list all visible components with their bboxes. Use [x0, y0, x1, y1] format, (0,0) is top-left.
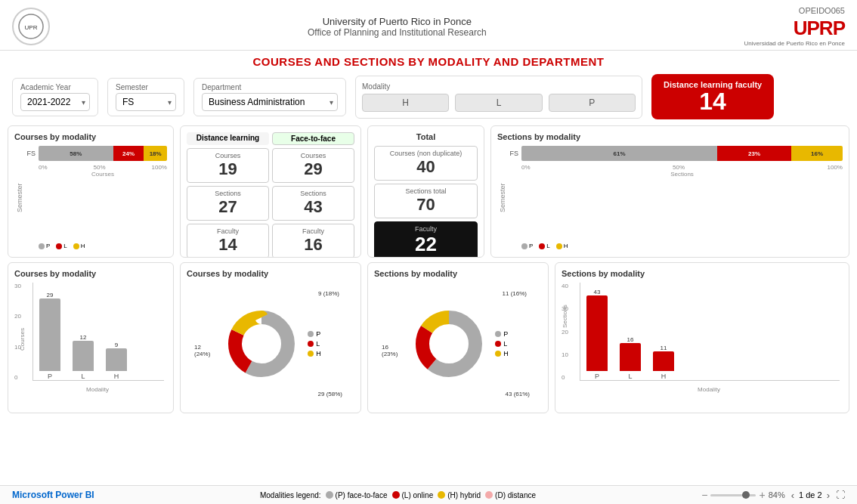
courses-donut-label-bottom: 29 (58%)	[318, 391, 342, 397]
header-center: University of Puerto Rico in Ponce Offic…	[308, 16, 487, 38]
modality-l-button[interactable]: L	[455, 94, 542, 112]
col-header-distance: Distance learning	[187, 132, 269, 145]
axis-0-sections: 0%	[521, 164, 531, 171]
institution-name: University of Puerto Rico in Ponce	[308, 16, 487, 27]
sbar-val-11: 11	[661, 345, 667, 351]
page-prev-button[interactable]: ‹	[791, 490, 794, 501]
institution-logo: UPR	[12, 8, 50, 45]
academic-year-select-wrapper[interactable]: 2021-2022	[20, 93, 90, 111]
total-courses-value: 40	[378, 157, 474, 177]
sections-donut-label-bottom: 43 (61%)	[506, 391, 530, 397]
zoom-thumb	[742, 491, 750, 499]
hbar-seg-gray-courses: 58%	[39, 146, 113, 161]
s-y-tick-0: 0	[562, 374, 577, 381]
faculty-dist-value: 14	[190, 235, 265, 255]
header-right: OPEIDO065 UPRP Universidad de Puerto Ric…	[744, 6, 845, 47]
sections-hbar-row-label: FS	[506, 150, 518, 157]
bar-col-h: 9 H	[106, 342, 127, 380]
sbar-col-h: 11 H	[653, 345, 674, 380]
s-y-tick-40: 40	[562, 283, 577, 289]
semester-label: Semester	[116, 83, 176, 91]
svg-point-5	[243, 325, 280, 363]
footer: Microsoft Power BI Modalities legend: (P…	[0, 485, 857, 504]
sbar-label-p: P	[595, 373, 599, 380]
legend-title: Modalities legend:	[260, 491, 321, 499]
zoom-minus-button[interactable]: −	[701, 489, 707, 501]
footer-left: Microsoft Power BI	[12, 490, 94, 500]
legend-l-footer-label: (L) online	[402, 491, 434, 499]
sections-legend: P L H	[521, 243, 843, 249]
bottom-row: Courses by modality 30 20 10 0 29 P	[8, 262, 849, 413]
page-next-button[interactable]: ›	[827, 490, 830, 501]
courses-donut-card: Courses by modality 9 (18%) 12(24%) 29 (…	[180, 262, 361, 413]
legend-p-courses: P	[39, 243, 50, 249]
sections-y-label: Sections	[562, 305, 568, 328]
bar-label-l: L	[81, 373, 85, 380]
total-sections-label: Sections total	[378, 187, 474, 195]
y-tick-30: 30	[14, 283, 29, 289]
bar-val-29: 29	[47, 292, 54, 298]
legend-h-footer-label: (H) hybrid	[447, 491, 481, 499]
legend-l-label: L	[63, 243, 67, 249]
sections-donut-svg	[407, 302, 490, 385]
zoom-controls: − + 84%	[701, 489, 784, 501]
department-filter[interactable]: Department Business Administration	[193, 78, 346, 116]
sbar-label-l: L	[628, 373, 632, 380]
semester-select[interactable]: FS	[116, 93, 176, 111]
col-header-face: Face-to-face	[272, 132, 354, 145]
powerbi-link[interactable]: Microsoft Power BI	[12, 490, 94, 500]
sdonut-legend-p: P	[495, 330, 509, 338]
hbar-seg-yellow-sections: 16%	[791, 146, 843, 161]
page-nav: ‹ 1 de 2 ›	[791, 490, 830, 501]
hbar-row-label-fs: FS	[23, 150, 36, 157]
zoom-slider[interactable]	[710, 494, 756, 496]
courses-y-axis-label: Semester	[14, 146, 23, 249]
sections-donut-card: Sections by modality 11 (16%) 16(23%) 43…	[367, 262, 549, 413]
sdonut-legend-l: L	[495, 340, 509, 348]
sections-modality-top-title: Sections by modality	[497, 132, 843, 141]
courses-donut-label-top: 9 (18%)	[318, 290, 339, 297]
department-select[interactable]: Business Administration	[202, 93, 338, 111]
page-indicator: 1 de 2	[799, 490, 822, 499]
distance-face-card: Distance learning Face-to-face Courses 1…	[180, 125, 361, 258]
total-faculty-cell: Faculty 22	[374, 221, 478, 258]
legend-p-sections: P	[521, 243, 533, 249]
donut-legend-p: P	[308, 330, 321, 338]
courses-modality-title: Courses by modality	[14, 132, 167, 141]
hbar-seg-yellow-courses: 18%	[144, 146, 167, 161]
axis-100-courses: 100%	[152, 164, 167, 171]
bar-col-l: 12 L	[73, 334, 94, 380]
semester-select-wrapper[interactable]: FS	[116, 93, 176, 111]
courses-donut-label-left: 12(24%)	[194, 344, 210, 357]
modality-h-button[interactable]: H	[362, 94, 449, 112]
zoom-level: 84%	[769, 490, 785, 499]
courses-dist-label: Courses	[190, 152, 265, 159]
modality-p-button[interactable]: P	[549, 94, 636, 112]
zoom-plus-button[interactable]: +	[759, 489, 765, 501]
sections-face-cell: Sections 43	[272, 186, 354, 221]
content-area: Courses by modality Semester FS 58% 24% …	[0, 122, 857, 485]
department-select-wrapper[interactable]: Business Administration	[202, 93, 338, 111]
hbar-seg-red-sections: 23%	[717, 146, 791, 161]
sections-bar-card: Sections by modality 40 30 20 10 0 43 P	[555, 262, 849, 413]
legend-h-footer: (H) hybrid	[438, 491, 481, 499]
academic-year-select[interactable]: 2021-2022	[20, 93, 90, 111]
courses-bar-title: Courses by modality	[14, 269, 167, 278]
total-sections-cell: Sections total 70	[374, 184, 478, 218]
sections-bars: 43 P 16 L 11 H	[580, 283, 840, 381]
courses-bar-card: Courses by modality 30 20 10 0 29 P	[8, 262, 174, 413]
semester-filter[interactable]: Semester FS	[107, 78, 184, 116]
faculty-face-label: Faculty	[276, 227, 351, 235]
sections-xlabel: Sections	[521, 171, 843, 178]
faculty-dist-label: Faculty	[190, 227, 265, 235]
bar-l	[73, 341, 94, 371]
s-y-tick-20: 20	[562, 329, 577, 335]
report-code: OPEIDO065	[744, 6, 845, 15]
courses-dist-cell: Courses 19	[187, 148, 269, 183]
footer-right: − + 84% ‹ 1 de 2 › ⛶	[701, 489, 845, 501]
academic-year-filter[interactable]: Academic Year 2021-2022	[12, 78, 98, 116]
academic-year-label: Academic Year	[20, 83, 90, 91]
sections-dist-label: Sections	[190, 190, 265, 197]
distance-faculty-value: 14	[664, 89, 762, 113]
fullscreen-button[interactable]: ⛶	[836, 490, 845, 500]
